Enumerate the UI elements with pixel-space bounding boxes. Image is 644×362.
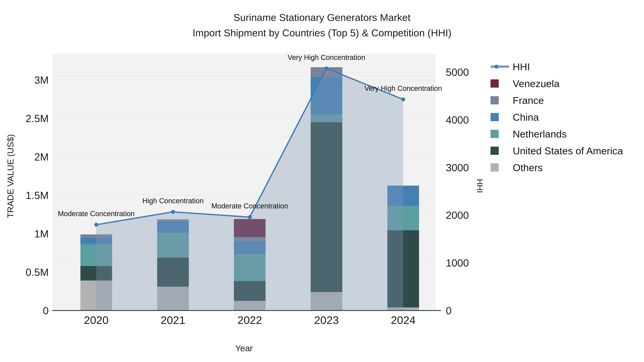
annotation-2022: Moderate Concentration: [211, 202, 288, 210]
y-tick-right-0: 0: [446, 305, 452, 317]
annotation-2021: High Concentration: [142, 197, 204, 205]
y-tick-right-3000: 3000: [446, 162, 469, 173]
x-tick-2023: 2023: [314, 314, 339, 326]
legend-swatch: [490, 163, 499, 172]
annotation-2024: Very High Concentration: [364, 84, 442, 92]
y-tick-left-2M: 2M: [34, 151, 49, 163]
x-tick-2022: 2022: [238, 314, 262, 326]
chart-title-line1: Suriname Stationary Generators Market: [0, 10, 644, 25]
y-tick-left-1.5M: 1.5M: [26, 189, 49, 201]
hhi-marker-2022[interactable]: [248, 215, 252, 219]
x-tick-2024: 2024: [391, 314, 416, 326]
legend-item-others[interactable]: Others: [490, 159, 623, 176]
x-tick-2020: 2020: [84, 314, 108, 326]
y-tick-left-1M: 1M: [34, 228, 49, 240]
y-axis-title-right: HHI: [475, 179, 484, 193]
y-axis-title-left: TRADE VALUE (US$): [6, 134, 16, 218]
legend-swatch: [490, 96, 499, 104]
x-axis-title: Year: [236, 344, 253, 353]
y-tick-right-2000: 2000: [446, 209, 469, 221]
y-tick-right-1000: 1000: [446, 257, 469, 269]
y-tick-right-4000: 4000: [446, 114, 469, 126]
y-tick-left-2.5M: 2.5M: [26, 113, 49, 124]
legend-item-france[interactable]: France: [490, 92, 623, 109]
legend-label: France: [513, 95, 544, 106]
chart-canvas: 00.5M1M1.5M2M2.5M3M010002000300040005000…: [0, 0, 644, 362]
hhi-marker-2021[interactable]: [171, 210, 175, 214]
chart-title-line2: Import Shipment by Countries (Top 5) & C…: [0, 25, 644, 40]
x-tick-2021: 2021: [161, 314, 185, 326]
legend-item-netherlands[interactable]: Netherlands: [490, 125, 623, 142]
legend-label: Venezuela: [513, 78, 560, 89]
legend-item-united-states-of-america[interactable]: United States of America: [490, 142, 623, 159]
legend-item-venezuela[interactable]: Venezuela: [490, 75, 623, 92]
legend-label: China: [513, 111, 539, 123]
hhi-marker-2020[interactable]: [94, 223, 98, 227]
chart-title: Suriname Stationary Generators Market Im…: [0, 10, 644, 40]
legend-label: Netherlands: [513, 128, 567, 140]
legend-swatch: [490, 113, 499, 121]
legend-swatch: [490, 130, 499, 138]
y-tick-right-5000: 5000: [446, 66, 469, 78]
legend-item-china[interactable]: China: [490, 109, 623, 125]
legend-swatch: [490, 147, 499, 155]
legend-label: HHI: [513, 61, 530, 73]
legend: HHIVenezuelaFranceChinaNetherlandsUnited…: [490, 58, 623, 176]
hhi-marker-2023[interactable]: [324, 66, 328, 70]
chart-figure: 00.5M1M1.5M2M2.5M3M010002000300040005000…: [0, 0, 644, 362]
hhi-marker-2024[interactable]: [401, 97, 405, 101]
legend-item-hhi[interactable]: HHI: [490, 58, 623, 75]
legend-swatch-hhi-line: [490, 62, 509, 71]
annotation-2020: Moderate Concentration: [58, 210, 134, 218]
legend-swatch: [490, 79, 499, 88]
annotation-2023: Very High Concentration: [288, 53, 365, 61]
legend-label: United States of America: [513, 145, 623, 157]
y-tick-left-3M: 3M: [34, 74, 49, 86]
y-tick-left-0: 0: [43, 305, 49, 317]
y-tick-left-0.5M: 0.5M: [26, 266, 49, 278]
legend-label: Others: [513, 162, 543, 173]
